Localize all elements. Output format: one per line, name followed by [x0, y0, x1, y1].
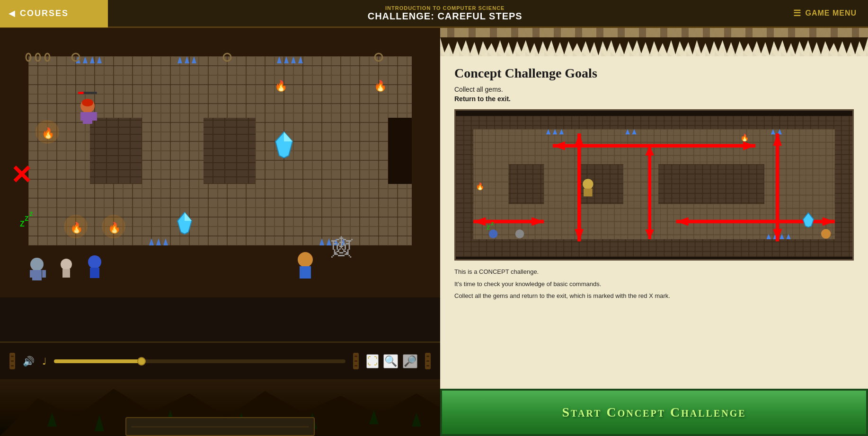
svg-point-54: [64, 215, 88, 238]
courses-button[interactable]: ◀ COURSES: [0, 0, 108, 27]
svg-rect-114: [509, 164, 544, 204]
svg-point-55: [102, 215, 125, 238]
svg-text:Z: Z: [491, 221, 494, 226]
svg-text:Z: Z: [20, 220, 25, 228]
svg-text:✕: ✕: [10, 160, 32, 190]
mini-map-svg: 🔥 🔥: [456, 111, 852, 261]
start-concept-challenge-button[interactable]: Start Concept Challenge: [440, 389, 868, 436]
game-menu-button[interactable]: ☰ GAME MENU: [782, 8, 868, 18]
course-subtitle: INTRODUCTION TO COMPUTER SCIENCE: [108, 5, 782, 11]
volume-slider[interactable]: [54, 359, 345, 363]
volume-slider-container[interactable]: [54, 359, 345, 363]
mini-map-preview: 🔥 🔥: [454, 109, 854, 261]
svg-point-71: [30, 258, 44, 271]
input-area: [125, 417, 315, 436]
svg-point-153: [515, 229, 524, 238]
svg-point-148: [583, 179, 593, 189]
game-bottom-decoration: [0, 379, 440, 436]
svg-rect-80: [300, 266, 311, 279]
goal-1: Collect all gems.: [454, 86, 854, 93]
right-panel: Concept Challenge Goals Collect all gems…: [440, 28, 868, 436]
volume-button[interactable]: 🔊: [23, 356, 35, 367]
courses-label: COURSES: [20, 9, 69, 18]
hamburger-icon: ☰: [793, 8, 801, 18]
svg-text:🕸: 🕸: [331, 235, 353, 260]
zoom-controls: ⛶ 🔍 🔎: [366, 354, 417, 368]
svg-text:🔥: 🔥: [740, 133, 749, 142]
goal-2: Return to the exit.: [454, 95, 854, 103]
svg-text:Z: Z: [25, 215, 29, 222]
svg-rect-73: [30, 270, 34, 278]
top-chain-bar: [440, 28, 868, 37]
back-arrow-icon: ◀: [9, 8, 15, 18]
svg-rect-65: [80, 112, 85, 121]
zoom-in-button[interactable]: 🔍: [383, 354, 398, 368]
volume-knob: [137, 357, 146, 366]
challenge-title: CHALLENGE: CAREFUL STEPS: [368, 11, 523, 21]
game-scene-svg: 🔥 🔥 🔥 🔥 🔥 ✕: [0, 28, 440, 297]
start-btn-label: Start Concept Challenge: [562, 405, 746, 420]
expand-button[interactable]: ⛶: [366, 354, 379, 368]
svg-rect-74: [42, 270, 46, 278]
right-scroll[interactable]: Concept Challenge Goals Collect all gems…: [440, 56, 868, 389]
svg-rect-21: [0, 28, 440, 56]
svg-rect-15: [142, 118, 204, 184]
svg-point-53: [35, 120, 59, 144]
svg-rect-28: [90, 118, 142, 184]
torn-edge-top: [440, 37, 868, 56]
description-section: This is a CONCEPT challenge. It's time t…: [454, 267, 854, 301]
game-controls: 🔊 ♩ ⛶ 🔍 🔎: [0, 341, 440, 379]
svg-text:Z: Z: [487, 225, 490, 230]
svg-point-67: [82, 99, 93, 106]
svg-rect-16: [256, 118, 388, 184]
main-content: 🔥 🔥 🔥 🔥 🔥 ✕: [0, 28, 868, 436]
svg-point-75: [61, 259, 72, 270]
volume-fill: [54, 359, 142, 363]
title-center: INTRODUCTION TO COMPUTER SCIENCE CHALLEN…: [108, 5, 782, 22]
challenge-goals-title: Concept Challenge Goals: [454, 66, 854, 81]
svg-point-152: [489, 229, 498, 238]
svg-text:Z: Z: [29, 211, 33, 218]
svg-rect-13: [28, 184, 412, 245]
svg-rect-29: [204, 118, 256, 184]
svg-rect-76: [62, 269, 70, 278]
svg-rect-62: [78, 92, 84, 94]
svg-text:🔥: 🔥: [275, 79, 288, 92]
desc-2: It's time to check your knowledge of bas…: [454, 279, 854, 289]
desc-3: Collect all the gems and return to the e…: [454, 291, 854, 301]
svg-point-79: [298, 252, 313, 267]
game-menu-label: GAME MENU: [805, 9, 857, 17]
game-panel: 🔥 🔥 🔥 🔥 🔥 ✕: [0, 28, 440, 436]
game-scene: 🔥 🔥 🔥 🔥 🔥 ✕: [0, 28, 440, 341]
zoom-out-button[interactable]: 🔎: [403, 354, 417, 368]
desc-1: This is a CONCEPT challenge.: [454, 267, 854, 277]
svg-text:🔥: 🔥: [476, 182, 485, 191]
svg-rect-116: [658, 164, 764, 204]
top-bar: ◀ COURSES INTRODUCTION TO COMPUTER SCIEN…: [0, 0, 868, 28]
music-button[interactable]: ♩: [42, 356, 46, 367]
svg-point-77: [88, 255, 101, 269]
input-bar: [131, 426, 309, 427]
right-content: Concept Challenge Goals Collect all gems…: [440, 56, 868, 389]
svg-point-155: [821, 229, 831, 238]
svg-rect-78: [90, 268, 99, 278]
svg-text:🔥: 🔥: [374, 79, 387, 92]
svg-rect-149: [584, 189, 593, 197]
svg-rect-66: [92, 112, 97, 121]
game-viewport[interactable]: 🔥 🔥 🔥 🔥 🔥 ✕: [0, 28, 440, 341]
